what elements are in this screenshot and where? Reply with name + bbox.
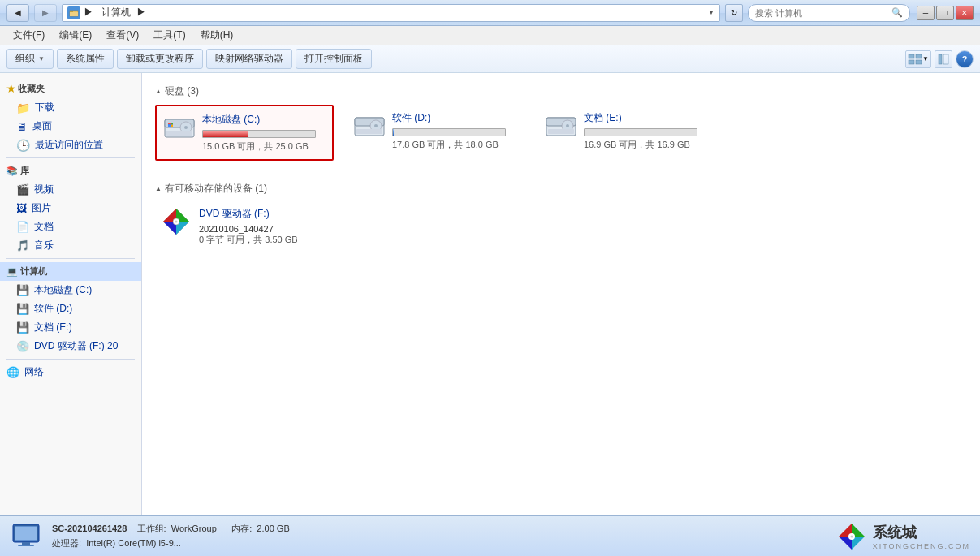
sidebar-item-e-drive[interactable]: 💾 文档 (E:) — [0, 318, 141, 337]
svg-rect-13 — [171, 123, 173, 124]
svg-rect-1 — [70, 12, 78, 16]
svg-point-17 — [184, 126, 188, 129]
pane-toggle-button[interactable] — [935, 50, 952, 68]
folder-icon: 📁 — [16, 101, 30, 114]
watermark-sub-text: XITONGCHENG.COM — [873, 542, 970, 550]
menu-help[interactable]: 帮助(H) — [194, 27, 240, 44]
view-options-button[interactable]: ▼ — [905, 50, 931, 68]
organize-dropdown-arrow: ▼ — [38, 55, 45, 62]
sidebar-item-music[interactable]: 🎵 音乐 — [0, 236, 141, 255]
menu-file[interactable]: 文件(F) — [6, 27, 51, 44]
svg-rect-12 — [168, 123, 171, 124]
svg-point-22 — [374, 124, 378, 127]
e-drive-icon: 💾 — [16, 321, 29, 334]
svg-point-27 — [566, 124, 569, 127]
svg-rect-39 — [22, 542, 30, 545]
c-drive-icon: 💾 — [16, 284, 29, 296]
title-bar: ◀ ▶ ▶ 计算机 ▶ ▼ ↻ 🔍 ─ □ — [0, 0, 980, 26]
sidebar-item-video[interactable]: 🎬 视频 — [0, 180, 141, 199]
menu-edit[interactable]: 编辑(E) — [53, 27, 98, 44]
address-text: ▶ 计算机 ▶ — [84, 6, 705, 19]
dvd-drive-item[interactable]: DVD 驱动器 (F:) 20210106_140427 0 字节 可用，共 3… — [155, 202, 967, 251]
drive-d-progress-bar — [393, 129, 394, 136]
drive-e-size: 16.9 GB 可用，共 16.9 GB — [584, 139, 710, 151]
status-line-2: 处理器: Intel(R) Core(TM) i5-9... — [52, 537, 827, 551]
svg-rect-6 — [916, 60, 922, 64]
svg-rect-7 — [939, 54, 942, 64]
svg-rect-5 — [909, 60, 914, 64]
sidebar-item-network[interactable]: 🌐 网络 — [0, 363, 141, 381]
dvd-drive-name: DVD 驱动器 (F:) — [199, 207, 298, 221]
address-bar-icon — [67, 6, 80, 19]
sidebar-section-library: 📚 库 🎬 视频 🖼 图片 📄 文档 🎵 音乐 — [0, 162, 141, 255]
svg-point-35 — [175, 221, 178, 223]
sidebar-item-d-drive[interactable]: 💾 软件 (D:) — [0, 300, 141, 318]
sidebar-section-computer: 💻 计算机 💾 本地磁盘 (C:) 💾 软件 (D:) 💾 文档 (E:) 💿 … — [0, 262, 141, 356]
title-bar-left: ◀ ▶ ▶ 计算机 ▶ ▼ ↻ 🔍 — [6, 4, 910, 22]
drive-e[interactable]: 文档 (E:) 16.9 GB 可用，共 16.9 GB — [538, 105, 717, 161]
dvd-label: 20210106_140427 — [199, 224, 298, 234]
main-content: ★ 收藏夹 📁 下载 🖥 桌面 🕒 最近访问的位置 📚 库 — [0, 73, 980, 515]
status-info: SC-202104261428 工作组: WorkGroup 内存: 2.00 … — [52, 522, 827, 550]
help-button[interactable]: ? — [956, 50, 974, 68]
close-button[interactable]: ✕ — [956, 6, 974, 20]
sidebar-item-c-drive[interactable]: 💾 本地磁盘 (C:) — [0, 281, 141, 300]
menu-view[interactable]: 查看(V) — [100, 27, 145, 44]
watermark: 系统城 XITONGCHENG.COM — [837, 522, 970, 551]
dvd-size: 0 字节 可用，共 3.50 GB — [199, 234, 298, 246]
system-properties-button[interactable]: 系统属性 — [57, 49, 114, 69]
search-icon: 🔍 — [891, 7, 903, 18]
library-header[interactable]: 📚 库 — [0, 162, 141, 180]
watermark-text-block: 系统城 XITONGCHENG.COM — [873, 523, 970, 550]
music-icon: 🎵 — [16, 239, 29, 252]
drive-c-info: 本地磁盘 (C:) 15.0 GB 可用，共 25.0 GB — [202, 113, 326, 153]
drive-d[interactable]: 软件 (D:) 17.8 GB 可用，共 18.0 GB — [347, 105, 525, 161]
search-input[interactable] — [755, 8, 888, 18]
minimize-button[interactable]: ─ — [917, 6, 935, 20]
svg-rect-8 — [943, 54, 948, 64]
status-computer-icon — [10, 520, 42, 553]
control-panel-button[interactable]: 打开控制面板 — [296, 49, 372, 69]
forward-button[interactable]: ▶ — [34, 4, 57, 22]
drive-c[interactable]: 本地磁盘 (C:) 15.0 GB 可用，共 25.0 GB — [155, 105, 334, 161]
menu-tools[interactable]: 工具(T) — [147, 27, 192, 44]
drive-d-name: 软件 (D:) — [392, 111, 519, 125]
dvd-sidebar-icon: 💿 — [16, 340, 29, 352]
sidebar-item-documents[interactable]: 📄 文档 — [0, 218, 141, 236]
hdd-icon-c — [163, 113, 196, 142]
watermark-icon — [837, 522, 866, 551]
map-drive-button[interactable]: 映射网络驱动器 — [206, 49, 292, 69]
sidebar-item-pictures[interactable]: 🖼 图片 — [0, 199, 141, 218]
sidebar-item-downloads[interactable]: 📁 下载 — [0, 98, 141, 117]
organize-button[interactable]: 组织 ▼ — [6, 49, 54, 69]
svg-rect-23 — [356, 129, 382, 134]
hdd-icon-e — [545, 111, 577, 140]
search-bar[interactable]: 🔍 — [748, 4, 910, 22]
sidebar-item-dvd-drive[interactable]: 💿 DVD 驱动器 (F:) 20 — [0, 337, 141, 356]
svg-point-47 — [850, 535, 853, 537]
refresh-button[interactable]: ↻ — [725, 4, 743, 22]
sidebar-item-recent[interactable]: 🕒 最近访问的位置 — [0, 136, 141, 154]
file-area: 硬盘 (3) — [142, 73, 980, 515]
address-bar[interactable]: ▶ 计算机 ▶ ▼ — [62, 4, 720, 22]
drive-e-info: 文档 (E:) 16.9 GB 可用，共 16.9 GB — [584, 111, 710, 151]
back-button[interactable]: ◀ — [6, 4, 29, 22]
address-dropdown-arrow[interactable]: ▼ — [708, 9, 714, 16]
video-icon: 🎬 — [16, 183, 29, 196]
sidebar-item-desktop[interactable]: 🖥 桌面 — [0, 117, 141, 136]
drive-c-progress-bar — [203, 131, 248, 137]
svg-rect-2 — [70, 11, 73, 12]
desktop-icon: 🖥 — [16, 120, 28, 133]
drive-c-size: 15.0 GB 可用，共 25.0 GB — [202, 140, 326, 153]
d-drive-icon: 💾 — [16, 303, 29, 315]
computer-header[interactable]: 💻 计算机 — [0, 262, 141, 281]
removable-section: 有可移动存储的设备 (1) — [155, 177, 967, 251]
uninstall-button[interactable]: 卸载或更改程序 — [117, 49, 203, 69]
maximize-button[interactable]: □ — [936, 6, 954, 20]
favorites-header[interactable]: ★ 收藏夹 — [0, 80, 141, 98]
divider-3 — [6, 359, 135, 360]
svg-rect-40 — [18, 545, 34, 546]
drive-c-name: 本地磁盘 (C:) — [202, 113, 326, 127]
sidebar-section-favorites: ★ 收藏夹 📁 下载 🖥 桌面 🕒 最近访问的位置 — [0, 80, 141, 154]
svg-rect-14 — [168, 125, 171, 127]
